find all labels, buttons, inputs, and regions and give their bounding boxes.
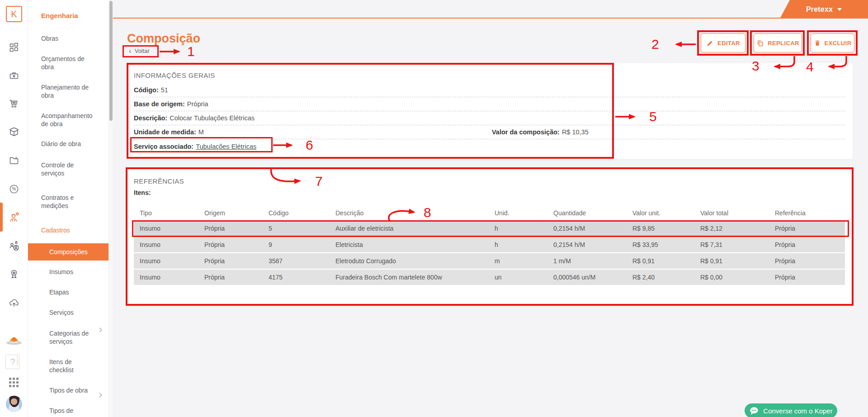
svg-text:$: $ — [15, 156, 17, 160]
delete-label: EXCLUIR — [825, 40, 852, 47]
table-row[interactable]: InsumoPrópria5Auxiliar de eletricistah0,… — [134, 221, 845, 236]
table-row[interactable]: InsumoPrópria9Eletricistah0,2154 h/MR$ 3… — [134, 237, 845, 252]
field-base-origem: Base de origem:Própria — [134, 97, 845, 111]
valor-value: R$ 10,35 — [562, 128, 589, 136]
cell: Própria — [204, 241, 269, 248]
item-label: Diário de obra — [41, 140, 81, 147]
cloud-upload-icon[interactable] — [8, 297, 20, 308]
item-label: Obras — [41, 35, 58, 42]
delete-button[interactable]: EXCLUIR — [811, 33, 854, 52]
box-icon[interactable] — [8, 126, 20, 137]
user-avatar[interactable] — [6, 396, 22, 412]
item-label: Etapas — [49, 289, 69, 296]
back-chevron-icon: ‹ — [129, 48, 132, 54]
sidebar-item-categorias[interactable]: Categorias de serviços — [28, 329, 108, 346]
field-valor-composicao: Valor da composição:R$ 10,35 — [492, 125, 589, 139]
worker-icon[interactable] — [8, 211, 20, 223]
briefcase-icon[interactable] — [8, 70, 20, 81]
sidebar-menu: Engenharia Obras Orçamentos de obra Plan… — [28, 0, 108, 417]
percent-icon[interactable]: % — [8, 183, 20, 195]
sidebar-item-cadastros[interactable]: Cadastros — [28, 226, 108, 234]
unidade-value: M — [198, 128, 204, 136]
pencil-icon — [706, 39, 714, 47]
item-label: Acompanhamento de obra — [41, 112, 93, 128]
cell: Furadeira Bosch Com martelete 800w — [335, 274, 495, 281]
account-name: Pretexx — [806, 5, 833, 14]
base-label: Base de origem: — [134, 100, 185, 108]
sidebar-item-contratos[interactable]: Contratos e medições — [28, 194, 108, 210]
active-section-indicator — [0, 203, 3, 232]
field-descricao: Descrição:Colocar Tubulações Elétricas — [134, 111, 845, 125]
dashboard-icon[interactable] — [8, 41, 20, 53]
sidebar-scrollbar[interactable] — [108, 0, 113, 417]
icon-rail: K $ % ?AJU — [0, 0, 28, 417]
cell: 4175 — [269, 274, 335, 281]
sidebar-item-acompanhamento[interactable]: Acompanhamento de obra — [28, 112, 108, 128]
field-unidade: Unidade de medida:M Valor da composição:… — [134, 125, 845, 139]
team-icon[interactable] — [8, 240, 20, 252]
account-menu[interactable]: Pretexx — [780, 0, 868, 19]
col-valor-unit: Valor unit. — [632, 209, 700, 217]
cart-icon[interactable] — [8, 98, 20, 109]
sidebar-item-composicoes[interactable]: Composições — [28, 243, 108, 261]
item-label: Orçamentos de obra — [41, 55, 85, 71]
cell: R$ 0,91 — [632, 257, 700, 265]
koper-logo[interactable]: K — [6, 6, 22, 22]
sidebar-item-orcamentos[interactable]: Orçamentos de obra — [28, 55, 108, 71]
cell: un — [495, 274, 553, 281]
cell: h — [495, 225, 553, 232]
col-tipo: Tipo — [140, 209, 204, 217]
cell: Própria — [775, 241, 845, 248]
unidade-label: Unidade de medida: — [134, 128, 196, 136]
item-label: Insumos — [49, 268, 73, 275]
sidebar-item-planejamento[interactable]: Planejamento de obra — [28, 83, 108, 100]
cell: Própria — [775, 257, 845, 265]
item-label: Serviços — [49, 309, 74, 316]
sidebar-item-insumos[interactable]: Insumos — [28, 268, 108, 276]
field-codigo: Código:51 — [134, 83, 845, 97]
sidebar-item-diario[interactable]: Diário de obra — [28, 140, 108, 148]
sidebar-item-etapas[interactable]: Etapas — [28, 288, 108, 296]
col-codigo: Código — [269, 209, 335, 217]
sidebar-item-tipos-obra[interactable]: Tipos de obra — [28, 386, 108, 394]
col-referencia: Referência — [775, 209, 845, 217]
help-icon[interactable]: ?AJUDA — [5, 355, 20, 369]
app-root: K $ % ?AJU — [0, 0, 868, 417]
replicate-button[interactable]: REPLICAR — [754, 33, 802, 52]
col-origem: Origem — [204, 209, 269, 217]
sidebar-item-controle-servicos[interactable]: Controle de serviços — [28, 161, 108, 177]
col-unid: Unid. — [495, 209, 553, 217]
cell: Própria — [204, 225, 269, 232]
trash-icon — [814, 39, 821, 47]
sidebar-item-tipos-de[interactable]: Tipos de — [28, 407, 108, 415]
item-label: Controle de serviços — [41, 161, 74, 177]
item-label: Categorias de serviços — [49, 330, 89, 345]
chat-label: Converse com o Koper — [763, 407, 832, 415]
cell: R$ 9,85 — [632, 225, 700, 232]
item-label: Planejamento de obra — [41, 84, 89, 99]
table-header-row: Tipo Origem Código Descrição Unid. Quant… — [134, 206, 845, 220]
chat-button[interactable]: Converse com o Koper — [745, 403, 837, 417]
servico-label: Serviço associado: — [134, 143, 193, 150]
field-servico-associado: Serviço associado: Tubulações Elétricas — [134, 139, 845, 153]
back-button[interactable]: ‹ Voltar — [129, 47, 150, 54]
cell: R$ 33,95 — [632, 241, 700, 248]
sidebar-item-servicos[interactable]: Serviços — [28, 308, 108, 317]
folder-money-icon[interactable]: $ — [8, 154, 20, 166]
sidebar-item-itens-checklist[interactable]: Itens de checklist — [28, 358, 108, 374]
cell: R$ 2,12 — [700, 225, 775, 232]
company-logo[interactable] — [5, 334, 23, 346]
table-row[interactable]: InsumoPrópria4175Furadeira Bosch Com mar… — [134, 270, 845, 285]
sidebar-scrollbar-thumb[interactable] — [109, 1, 113, 121]
cell: Eletricista — [335, 241, 495, 248]
award-icon[interactable] — [8, 268, 20, 280]
cell: 1 m/M — [553, 257, 632, 265]
edit-button[interactable]: EDITAR — [701, 33, 745, 52]
cell: 5 — [269, 225, 335, 232]
table-row[interactable]: InsumoPrópria3587Eletroduto Corrugadom1 … — [134, 253, 845, 269]
apps-grid-icon[interactable] — [8, 376, 20, 388]
servico-associado-link[interactable]: Tubulações Elétricas — [196, 143, 256, 150]
cell: 0,2154 h/M — [553, 225, 632, 232]
item-label: Itens de checklist — [49, 358, 74, 374]
sidebar-item-obras[interactable]: Obras — [28, 34, 108, 43]
